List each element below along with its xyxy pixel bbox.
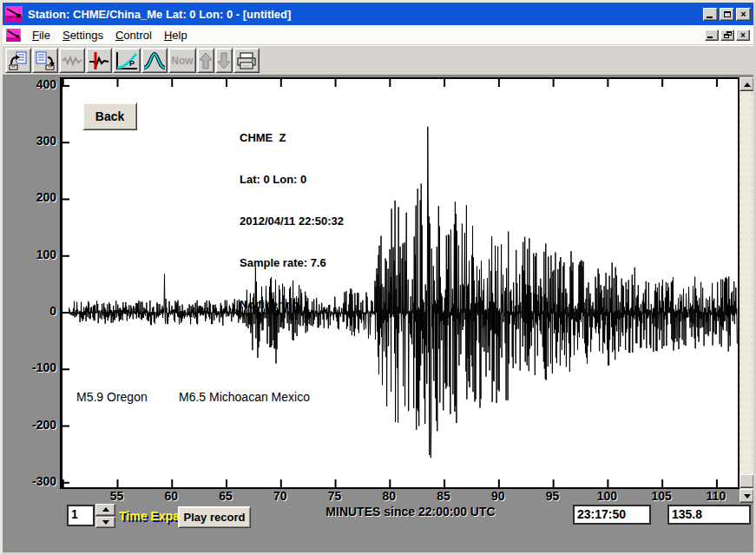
y-axis-label: -200 [3,418,56,432]
save-record-icon [35,50,56,71]
title-bar[interactable]: Station: CHME/China_Me Lat: 0 Lon: 0 - [… [3,3,753,25]
pick-phase-button[interactable] [86,48,112,73]
stepper-down-icon[interactable] [95,517,115,529]
filter-bell-icon [143,50,166,71]
waveform-icon [62,50,82,71]
scrollbar-thumb[interactable] [740,474,754,488]
x-axis-label: 100 [588,489,626,503]
window-title: Station: CHME/China_Me Lat: 0 Lon: 0 - [… [28,8,703,21]
x-axis-label: 55 [98,489,136,503]
mdi-restore-icon[interactable] [720,30,734,41]
x-axis-label: 105 [642,489,680,503]
mdi-minimize-icon[interactable] [705,30,719,41]
y-axis-label: 200 [3,190,56,204]
document-icon [6,29,21,42]
pick-phase-icon [89,50,109,71]
scroll-down-icon[interactable] [740,489,754,503]
app-window: Station: CHME/China_Me Lat: 0 Lon: 0 - [… [0,0,756,555]
x-axis-label: 110 [697,489,735,503]
event-label-michoacan: M6.5 Michoacan Mexico [179,390,310,404]
arrow-down-button [215,48,233,73]
menu-item-control[interactable]: Control [109,27,158,43]
x-axis-label: 95 [534,489,572,503]
back-button[interactable]: Back [82,102,137,130]
seismogram-trace [69,127,738,458]
x-axis-label: 85 [424,489,463,503]
menu-bar: FileSettingsControlHelp × [3,25,753,45]
cursor-value-field[interactable]: 135.8 [667,505,751,525]
arrow-down-icon [217,50,231,71]
menu-item-help[interactable]: Help [158,27,194,43]
y-axis-label: 300 [3,134,56,148]
menu-item-settings[interactable]: Settings [56,27,109,43]
time-expand-stepper [95,504,115,528]
app-icon [5,6,23,22]
filter-bell-button[interactable] [141,48,168,73]
print-button[interactable] [233,48,260,73]
station-info-line: 2012/04/11 22:50:32 [240,215,344,228]
arrow-up-button [197,48,214,73]
station-info-line: CHME Z [240,131,344,145]
svg-text:P: P [129,59,135,68]
close-icon[interactable]: × [736,8,751,21]
maximize-icon[interactable] [720,8,734,21]
station-info: CHME Z Lat: 0 Lon: 0 2012/04/11 22:50:32… [240,103,344,340]
event-label-oregon: M5.9 Oregon [76,390,148,404]
station-info-line: Sample rate: 7.6 [240,256,344,270]
plot-area[interactable] [60,77,740,489]
y-axis-label: 0 [3,304,56,318]
x-axis-label: 80 [370,489,408,503]
save-record-button[interactable] [32,48,58,73]
x-axis-label: 90 [479,489,517,503]
time-expand-input[interactable]: 1 [67,505,95,526]
x-axis-label: 65 [207,489,245,503]
waveform-button [59,48,85,73]
y-axis-label: -100 [3,360,56,374]
mdi-close-icon[interactable]: × [736,30,750,41]
stepper-up-icon[interactable] [95,504,115,516]
toolbar: PNow [3,45,753,76]
open-record-button[interactable] [5,48,31,73]
vertical-scrollbar[interactable] [740,77,754,503]
station-info-line: Lat: 0 Lon: 0 [240,173,344,187]
y-axis-label: -300 [3,474,56,488]
cursor-time-field[interactable]: 23:17:50 [573,505,651,525]
expand-curve-icon: P [115,50,139,71]
minimize-icon[interactable] [703,8,718,21]
scroll-up-icon[interactable] [740,77,754,91]
now-button-label: Now [171,55,193,67]
station-info-line: No filtering [240,298,344,312]
arrow-up-icon [199,50,213,71]
x-axis-label: 60 [152,489,190,503]
seismogram-canvas[interactable] [62,79,739,487]
y-axis-label: 100 [3,248,56,261]
expand-curve-button[interactable]: P [113,48,141,73]
open-record-icon [8,50,29,71]
x-axis-caption: MINUTES since 22:00:00 UTC [298,505,523,519]
x-axis-label: 70 [261,489,299,503]
menu-item-file[interactable]: File [26,27,56,43]
y-axis-label: 400 [3,77,56,91]
now-button: Now [168,48,196,73]
play-record-button[interactable]: Play record [178,506,251,528]
x-axis-label: 75 [316,489,354,503]
print-icon [235,50,258,71]
